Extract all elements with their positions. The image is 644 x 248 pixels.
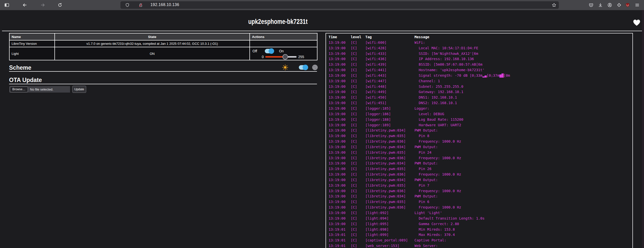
log-row: 13:19:00[C][wifi:450] DNS1: 192.168.10.1 xyxy=(326,95,632,100)
light-toggle[interactable] xyxy=(265,49,273,53)
light-off-label: Off xyxy=(252,49,257,53)
log-row: 13:19:00[C][wifi:428] Local MAC: 10:5A:1… xyxy=(326,46,632,51)
scheme-controls xyxy=(282,64,318,70)
light-name: Light xyxy=(9,47,55,60)
downloads-icon[interactable] xyxy=(598,3,603,8)
log-row: 13:19:00[C][wifi:448] Subnet: 255.255.25… xyxy=(326,84,632,90)
log-row: 13:19:00[C][wifi:449] Gateway: 192.168.1… xyxy=(326,89,632,95)
ublock-origin-icon[interactable] xyxy=(625,3,630,8)
header-divider xyxy=(2,31,642,31)
brightness-slider[interactable] xyxy=(265,54,297,59)
heart-icon xyxy=(633,19,640,26)
insecure-lock-icon[interactable] xyxy=(139,3,143,7)
log-row: 13:19:00[C][logger:185]Logger: xyxy=(326,106,632,111)
page-content: upk2esphome-bk7231t Name State Actions L… xyxy=(0,10,644,248)
log-header-tag: Tag xyxy=(365,34,414,40)
forward-icon[interactable] xyxy=(40,3,45,8)
ota-heading: OTA Update xyxy=(9,77,42,84)
log-row: 13:19:00[C][wifi:447] Channel: 1 xyxy=(326,78,632,84)
log-row: 13:19:00[C][libretiny.pwm:034]PWM Output… xyxy=(326,194,632,199)
table-header-row: Name State Actions xyxy=(9,33,317,40)
log-row: 13:19:01[C][light:099] Max Mireds: 370.4 xyxy=(326,232,632,238)
libretiny-version-name: LibreTiny Version xyxy=(9,40,55,47)
log-header-time: Time xyxy=(329,34,351,40)
log-row: 13:19:00[C][libretiny.pwm:034]PWM Output… xyxy=(326,144,632,150)
log-row: 13:19:01[C][captive_portal:089]Captive P… xyxy=(326,238,632,243)
table-row: LibreTiny Version v1.7.0 on generic-bk72… xyxy=(9,40,317,47)
log-row: 13:19:00[C][libretiny.pwm:035] Pin 7 xyxy=(326,183,632,188)
log-row: 13:19:00[C][libretiny.pwm:036] Frequency… xyxy=(326,205,632,210)
sidebar-toggle-icon[interactable] xyxy=(4,3,9,8)
update-button[interactable]: Update xyxy=(72,86,86,93)
log-row: 13:19:00[C][wifi:600]WiFi: xyxy=(326,40,632,46)
slider-thumb[interactable] xyxy=(282,54,288,60)
log-row: 13:19:00[C][libretiny.pwm:036] Frequency… xyxy=(326,155,632,161)
slider-track-empty xyxy=(287,56,297,58)
bookmark-star-icon[interactable] xyxy=(552,3,556,7)
scheme-toggle[interactable] xyxy=(299,65,307,70)
log-row: 13:19:01[C][web_server:153]Web Server: xyxy=(326,243,632,248)
url-bar[interactable]: 192.168.10.136 xyxy=(120,1,559,9)
states-table: Name State Actions LibreTiny Version v1.… xyxy=(9,33,317,60)
log-row: 13:19:00[C][wifi:433] SSID: [5m'Nighthaw… xyxy=(326,51,632,57)
page-title: upk2esphome-bk7231t xyxy=(0,18,556,26)
col-header-name: Name xyxy=(9,33,55,40)
log-row: 13:19:00[C][libretiny.pwm:035] Pin 6 xyxy=(326,199,632,205)
log-row: 13:19:00[C][wifi:441] Hostname: 'upk2esp… xyxy=(326,67,632,73)
browser-toolbar: 192.168.10.136 xyxy=(0,0,644,10)
slider-min-label: 0 xyxy=(262,55,264,59)
log-header-level: level xyxy=(351,34,365,40)
slider-max-label: 255 xyxy=(298,55,304,59)
toggle-knob xyxy=(269,48,274,54)
log-row: 13:19:00[C][wifi:439] BSSID: [5m00:5F:67… xyxy=(326,62,632,67)
log-row: 13:19:00[C][libretiny.pwm:035] Pin 24 xyxy=(326,150,632,155)
log-header-message: Message xyxy=(414,34,632,40)
scheme-divider xyxy=(9,71,317,72)
log-row: 13:19:00[C][light:095] Gamma Correct: 2.… xyxy=(326,221,632,227)
libretiny-version-state: v1.7.0 on generic-bk7231t-qfn32-tuya, co… xyxy=(55,40,250,47)
log-row: 13:19:00[C][wifi:436] IP Address: 192.16… xyxy=(326,56,632,62)
reload-icon[interactable] xyxy=(57,3,62,8)
log-row: 13:19:00[C][libretiny.pwm:036] Frequency… xyxy=(326,188,632,194)
ota-divider xyxy=(9,84,317,84)
light-toggle-row: Off On xyxy=(250,49,284,53)
log-row: 13:19:00[C][wifi:443] Signal strength: -… xyxy=(326,73,632,78)
log-row: 13:19:00[C][libretiny.pwm:034]PWM Output… xyxy=(326,177,632,183)
libretiny-version-actions xyxy=(250,40,317,47)
log-row: 13:19:00[C][libretiny.pwm:034]PWM Output… xyxy=(326,128,632,133)
menu-hamburger-icon[interactable] xyxy=(635,3,640,8)
log-panel[interactable]: Time level Tag Message 13:19:00[C][wifi:… xyxy=(326,33,633,248)
file-status-text: No file selected. xyxy=(30,88,53,91)
log-row: 13:19:01[C][light:098] Min Mireds: 153.8 xyxy=(326,227,632,232)
log-row: 13:19:00[C][libretiny.pwm:035] Pin 26 xyxy=(326,166,632,172)
sun-icon xyxy=(282,64,288,70)
browser-window: 192.168.10.136 upk2esphome-bk7231t xyxy=(0,0,644,248)
file-input[interactable]: Browse… No file selected. xyxy=(9,86,70,93)
log-row: 13:19:00[C][logger:188] Log Baud Rate: 1… xyxy=(326,117,632,122)
log-row: 13:19:00[C][wifi:451] DNS2: 192.168.10.1 xyxy=(326,100,632,106)
light-on-label: On xyxy=(279,49,284,53)
browse-button[interactable]: Browse… xyxy=(10,87,28,92)
extensions-puzzle-icon[interactable] xyxy=(617,3,622,8)
log-row: 13:19:00[C][libretiny.pwm:034]PWM Output… xyxy=(326,161,632,166)
slider-track-filled xyxy=(265,56,285,58)
account-icon[interactable] xyxy=(607,3,612,8)
table-row: Light ON Off On 0 xyxy=(9,47,317,60)
log-row: 13:19:00[C][logger:189] Hardware UART: U… xyxy=(326,122,632,128)
pocket-icon[interactable] xyxy=(589,3,594,8)
scheme-heading: Scheme xyxy=(9,64,31,71)
light-state: ON xyxy=(55,47,250,60)
back-icon[interactable] xyxy=(22,3,27,8)
toggle-knob xyxy=(303,65,308,70)
moon-icon xyxy=(312,64,318,70)
log-row: 13:19:00[C][light:092]Light 'Light' xyxy=(326,210,632,216)
tracking-shield-icon[interactable] xyxy=(125,3,130,7)
col-header-actions: Actions xyxy=(250,33,317,40)
url-text[interactable]: 192.168.10.136 xyxy=(150,3,179,7)
log-row: 13:19:00[C][libretiny.pwm:035] Pin 8 xyxy=(326,133,632,139)
log-row: 13:19:00[C][libretiny.pwm:036] Frequency… xyxy=(326,139,632,144)
light-actions: Off On 0 255 xyxy=(250,47,317,60)
log-header-row: Time level Tag Message xyxy=(326,34,632,40)
log-row: 13:19:00[C][light:094] Default Transitio… xyxy=(326,216,632,221)
log-row: 13:19:00[C][logger:186] Level: DEBUG xyxy=(326,111,632,117)
